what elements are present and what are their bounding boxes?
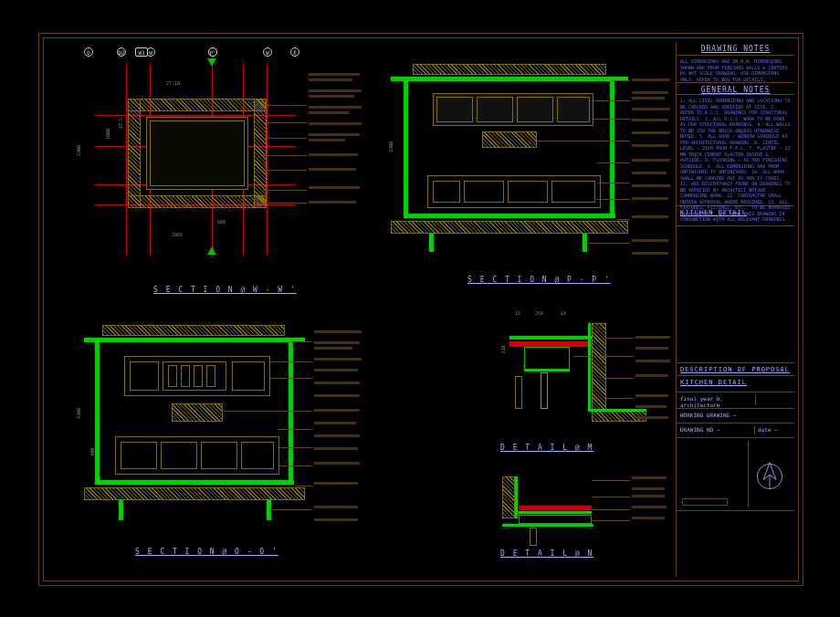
section-ww-title: S E C T I O N @ W - W ' [153,286,297,294]
section-ww: P P' D D2 E W W W3 2300 1000 67.5 27.18 … [71,47,373,294]
grid-bubble-e: E [290,47,299,57]
section-pp: 3300 [391,53,674,281]
drawing-notes-heading: DRAWING NOTES [680,45,791,53]
section-oo: 3300 800 [71,312,373,549]
drawing-sheet-border: DRAWING NOTES ALL DIMENSIONS ARE IN M.M.… [38,33,803,586]
drawing-notes-body: ALL DIMENSIONS ARE IN M.M. DIMENSIONS SH… [680,58,791,82]
dim-2300: 2300 [76,145,81,156]
dim-250: 250 [535,310,543,316]
grid-bubble-w: W [263,47,272,57]
general-notes-body: 1. ALL CIVIL DIMENSIONS AND LOCATIONS TO… [680,98,791,223]
dim-800: 800 [89,447,95,455]
detail-n-title: D E T A I L @ N [500,549,593,558]
drawing-inner-border: DRAWING NOTES ALL DIMENSIONS ARE IN M.M.… [43,37,799,581]
dim-18: 18 [561,310,566,316]
grid-bubble-d2: D2 [117,47,126,57]
dim-2865: 2865 [172,232,183,237]
dim-3300-pp: 3300 [388,141,394,152]
dim-110: 110 [500,345,506,353]
dim-2718: 27.18 [166,80,180,86]
section-pp-title: S E C T I O N @ P - P ' [467,276,611,284]
title-block: DRAWING NOTES ALL DIMENSIONS ARE IN M.M.… [676,42,794,577]
dim-675: 67.5 [118,118,123,129]
detail-m: 15 250 18 110 [446,310,674,447]
course-label: final year b. architecture [680,395,756,405]
working-drawing-label: WORKING DRAWING — [680,412,791,418]
detail-n [446,467,674,559]
grid-bubble-p2: P' [208,47,217,57]
north-arrow-icon [754,461,785,492]
description-value: KITCHEN DETAIL [680,379,791,386]
dim-1000: 1000 [105,129,110,140]
section-oo-title: S E C T I O N @ O - O ' [135,548,278,556]
grid-bubble-d: D [84,47,93,57]
dim-15: 15 [515,310,520,316]
date-label: date — [754,426,791,434]
dim-3300-oo: 3300 [76,408,81,419]
grid-bubble-w3: W3 [135,47,148,57]
detail-m-title: D E T A I L @ M [500,444,593,452]
general-notes-heading: GENERAL NOTES [680,86,791,94]
dim-600: 600 [217,219,226,225]
drawing-no-label: DRAWING NO — [680,426,754,434]
description-heading: DESCRIPTION OF PROPOSAL [680,366,791,373]
